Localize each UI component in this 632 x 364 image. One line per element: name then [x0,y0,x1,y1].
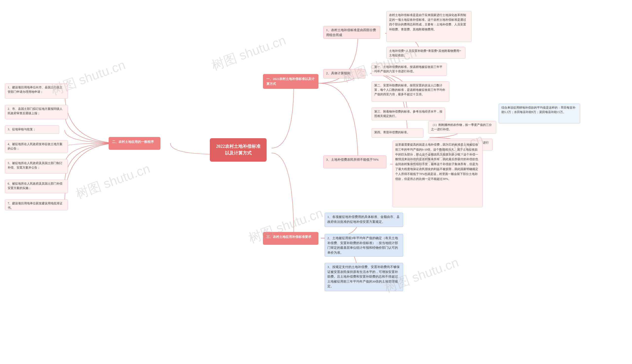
r1-child-1-desc1: 农村土地补偿标准是是由于应来国家进行土地深化改革而制定的一项土地征收补偿标准。这… [386,11,471,42]
left-child-6: 6、被征地所在人民政府及其国土部门补偿安置方案的实施； [5,180,68,193]
left-child-3: 3、征地审核与批复； [5,125,59,134]
left-child-1: 1、建设项目用地单位向市、县国土行政主管部门申请办理用地申请； [5,84,68,99]
r3-child-3: 3、按规定支付的土地补偿费、安置补助费尚不够保证被安置农民保持原有生活水平的，可… [325,263,403,291]
branch-right-1: 一、2022农村土地补偿标准以及计算方式 [263,74,318,89]
r1-child-2-desc2: 第二、安置补助费的标准。按照安置的农业人口数计算，每个人口数的标准，是该耕地被征… [372,82,449,102]
watermark-2: 树图 shutu.cn [209,32,288,74]
center-node: 2022农村土地补偿标准以及计算方式 [210,138,267,162]
r1-child-2: 2、具体计算细则 [323,69,365,78]
r1-child-3-desc: 这里最需要提高的就是土地补偿费，因为它的标准是土地被征收前三年的年均产值的6-1… [393,141,483,207]
watermark-overlay: 树图 shutu.cn 树图 shutu.cn 树图 shutu.cn 树图 s… [0,0,632,364]
left-child-4: 4、被征地所在人民政府发布征收土地方案的公告； [5,140,68,153]
branch-left-main: 二、农村土地征用的一般程序 [109,137,161,150]
r1-child-2-summary: 综合来说征用耕地补偿款的平均值是这样的：旱田每亩补助5.3万；水田每亩补助9万；… [499,104,580,124]
r1-child-1: 1、农村土地补偿标准是由四部分费用组合而成 [323,26,380,39]
r1-child-2-desc4-1: （1）刚刚播种的农作物，按一季度产值的三分之一进行补偿。 [428,121,496,134]
r1-child-1-desc2: 土地补偿费+人员安置补助费+青苗费+其他附着物费用=土地征收款。 [386,47,465,59]
branch-right-3: 三、农村土地征用补偿标准要求 [263,232,318,245]
center-label: 2022农村土地补偿标准以及计算方式 [216,144,260,156]
left-child-7: 7、建设项目用地单位获发建设用地批准证书。 [5,200,68,210]
r1-child-2-desc3: 第三、附着物补偿费的标准。参考当地经济水平，按照相关规定执行。 [372,108,445,120]
r3-child-2: 2、土地被征用前3年平均年产值的确定（有关土地补偿费、安置补助费的补偿标准）：按… [325,234,403,257]
left-child-2: 2、市、县国土部门拟订征地方案报同级人民政府审查后逐级上报； [5,105,68,119]
r1-child-2-desc1: 第一、土地补偿费的标准。按该耕地被征收前三年平均年产值的六至十倍进行补偿。 [372,63,447,76]
left-child-5: 5、被征地所在人民政府及其国土部门制订补偿、安置方案并公告； [5,159,68,174]
r1-child-2-desc4: 第四、青苗补偿费的标准。 [372,128,423,138]
branch-left-label: 二、农村土地征用的一般程序 [112,140,154,144]
watermark-5: 树图 shutu.cn [74,160,153,203]
r3-child-1: 1、各项被征地补偿费用的具体标准、金额由市、县政府依法批准的征地补偿安置方案规定… [325,213,403,227]
r1-child-3: 3、土地补偿费农民所得不能低于70% [323,156,386,168]
connection-lines [0,0,632,364]
mindmap-container: 2022农村土地补偿标准以及计算方式 二、农村土地征用的一般程序 1、建设项目用… [0,0,632,364]
